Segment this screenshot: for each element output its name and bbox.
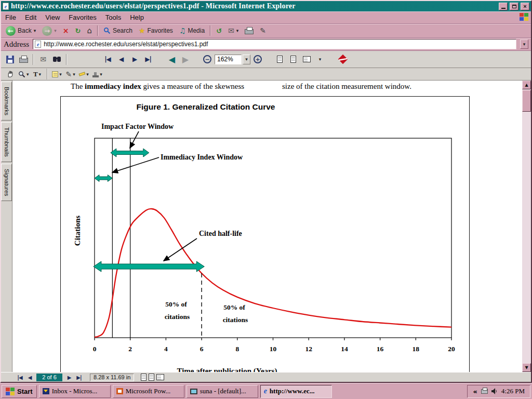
- back-button[interactable]: ← Back ▾: [3, 25, 38, 37]
- page-number-field[interactable]: 2 of 6: [36, 374, 62, 381]
- address-bar: Address e http://www.ece.rochester.edu/u…: [1, 38, 531, 51]
- tray-printer-icon[interactable]: [481, 389, 488, 394]
- start-button[interactable]: Start: [2, 385, 37, 398]
- continuous-layout-icon[interactable]: [149, 374, 154, 381]
- address-input[interactable]: e http://www.ece.rochester.edu/users/els…: [33, 39, 516, 49]
- facing-pages-layout-icon[interactable]: [156, 374, 164, 380]
- first-page-button[interactable]: |◀: [101, 52, 114, 66]
- search-button[interactable]: Search: [101, 25, 135, 37]
- edit-button[interactable]: ✎: [257, 25, 269, 37]
- status-next-page-button[interactable]: ▶: [65, 374, 73, 381]
- tab-thumbnails[interactable]: Thumbnails: [1, 122, 12, 162]
- ie-e-glyph: e: [5, 4, 7, 9]
- print-button[interactable]: [242, 25, 256, 37]
- tray-expand-chevron[interactable]: «: [473, 388, 477, 395]
- back-dropdown-icon[interactable]: ▾: [34, 28, 36, 33]
- zoom-tool-dropdown-icon[interactable]: ▾: [26, 72, 29, 77]
- tab-signatures[interactable]: Signatures: [1, 164, 12, 202]
- mail-button[interactable]: ✉ ▾: [225, 25, 241, 37]
- address-url-text[interactable]: http://www.ece.rochester.edu/users/elsta…: [44, 41, 514, 48]
- task-inbox[interactable]: Inbox - Micros...: [39, 385, 111, 398]
- previous-page-button[interactable]: ◀: [115, 52, 127, 66]
- zoom-in-button[interactable]: +: [251, 52, 264, 66]
- navigation-tab-strip: Bookmarks Thumbnails Signatures: [1, 81, 12, 372]
- start-label: Start: [17, 388, 33, 395]
- zoom-dropdown-button[interactable]: ▾: [243, 55, 250, 64]
- title-bar[interactable]: e http://www.ece.rochester.edu/users/els…: [1, 1, 531, 11]
- pencil-tool-button[interactable]: ✎ ▾: [64, 69, 77, 79]
- zoom-level-value: 162%: [217, 56, 233, 63]
- vertical-scrollbar[interactable]: ▲ ▼: [522, 81, 531, 372]
- media-button[interactable]: ♫ Media: [177, 25, 207, 37]
- save-button[interactable]: [4, 52, 16, 66]
- x-tick-label: 8: [235, 345, 239, 353]
- zoom-out-icon: −: [203, 55, 211, 63]
- hand-tool-button[interactable]: [4, 69, 16, 79]
- single-page-layout-icon[interactable]: [141, 374, 147, 381]
- previous-view-button[interactable]: ◀: [166, 52, 178, 66]
- task-internet-explorer[interactable]: e http://www.ec...: [260, 385, 332, 398]
- task-powerpoint[interactable]: Microsoft Pow...: [113, 385, 184, 398]
- menu-favorites[interactable]: Favorites: [69, 14, 96, 21]
- stamp-dropdown-icon[interactable]: ▾: [100, 72, 102, 77]
- fit-width-icon: [303, 56, 311, 62]
- scroll-up-button[interactable]: ▲: [522, 81, 531, 89]
- text-select-dropdown-icon[interactable]: ▾: [39, 72, 42, 77]
- pencil-dropdown-icon[interactable]: ▾: [73, 72, 75, 77]
- fit-page-button[interactable]: [287, 52, 299, 66]
- scrollbar-thumb[interactable]: [522, 90, 531, 112]
- zoom-out-button[interactable]: −: [201, 52, 214, 66]
- immediacy-leader-arrow: [112, 157, 159, 172]
- tab-signatures-label: Signatures: [4, 169, 10, 196]
- zoom-tool-button[interactable]: ▾: [17, 69, 30, 79]
- scrollbar-track[interactable]: [522, 112, 531, 363]
- x-tick-label: 18: [413, 345, 420, 353]
- highlight-tool-button[interactable]: ▾: [78, 69, 90, 79]
- acrobat-button[interactable]: [337, 52, 349, 66]
- minimize-button[interactable]: [499, 3, 508, 10]
- highlight-dropdown-icon[interactable]: ▾: [86, 72, 89, 77]
- stamp-tool-button[interactable]: ▾: [91, 69, 104, 79]
- close-button[interactable]: ×: [521, 3, 529, 10]
- next-view-button[interactable]: ▶: [179, 52, 192, 66]
- ie-toolbar: ← Back ▾ → ▾ × ↻ ⌂ Search ★ Favorites ♫ …: [1, 24, 531, 38]
- pct-right-line1: 50% of: [223, 303, 245, 311]
- status-first-page-button[interactable]: |◀: [16, 374, 24, 381]
- scroll-down-button[interactable]: ▼: [522, 363, 531, 372]
- home-button[interactable]: ⌂: [84, 25, 95, 37]
- restore-button[interactable]: [510, 3, 518, 10]
- history-button[interactable]: ↺: [214, 25, 224, 37]
- refresh-button[interactable]: ↻: [72, 25, 83, 37]
- mail-dropdown-icon[interactable]: ▾: [236, 28, 239, 33]
- menu-tools[interactable]: Tools: [105, 14, 121, 21]
- task-suna[interactable]: suna - [default]...: [187, 385, 258, 398]
- note-tool-button[interactable]: ▾: [51, 69, 63, 79]
- last-page-button[interactable]: ▶|: [142, 52, 154, 66]
- fit-width-button[interactable]: [300, 52, 313, 66]
- address-dropdown-button[interactable]: ▾: [520, 39, 528, 49]
- back-label: Back: [18, 27, 32, 34]
- highlighter-icon: [79, 72, 86, 76]
- menu-edit[interactable]: Edit: [25, 14, 36, 21]
- forward-button[interactable]: → ▾: [39, 25, 59, 37]
- toolbar-separator: [66, 54, 67, 65]
- menu-view[interactable]: View: [45, 14, 60, 21]
- note-dropdown-icon[interactable]: ▾: [59, 72, 62, 77]
- menu-help[interactable]: Help: [130, 14, 144, 21]
- text-select-tool-button[interactable]: T ▾: [31, 69, 44, 79]
- menu-file[interactable]: File: [5, 14, 16, 21]
- forward-icon: →: [42, 26, 52, 36]
- print-document-button[interactable]: [17, 52, 30, 66]
- actual-size-button[interactable]: [273, 52, 286, 66]
- next-page-button[interactable]: ▶: [128, 52, 141, 66]
- view-options-button[interactable]: ▾: [314, 52, 326, 66]
- zoom-level-input[interactable]: 162%: [215, 55, 242, 64]
- stop-button[interactable]: ×: [60, 25, 72, 37]
- tray-volume-icon[interactable]: [491, 388, 498, 394]
- status-previous-page-button[interactable]: ◀: [25, 374, 34, 381]
- tab-bookmarks[interactable]: Bookmarks: [1, 82, 12, 121]
- email-button[interactable]: ✉: [37, 52, 49, 66]
- find-button[interactable]: [50, 52, 63, 66]
- favorites-button[interactable]: ★ Favorites: [136, 25, 176, 37]
- status-last-page-button[interactable]: ▶|: [75, 374, 83, 381]
